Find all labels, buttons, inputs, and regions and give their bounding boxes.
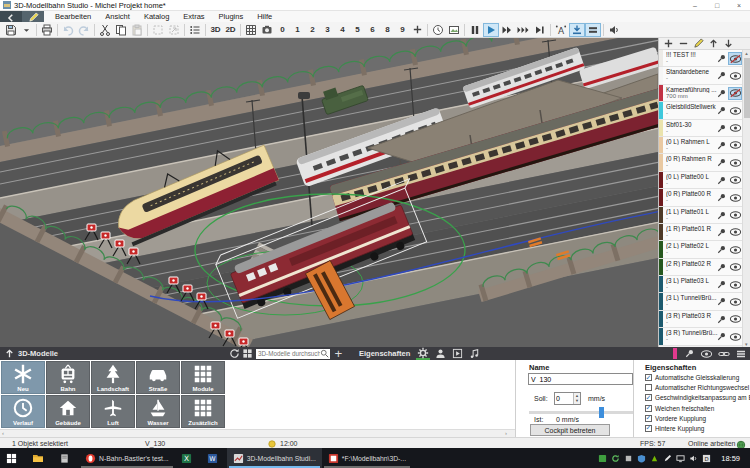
tray-sync-icon[interactable] [611, 454, 620, 463]
layer-visibility-button[interactable] [729, 279, 741, 290]
camera-view-3[interactable]: 3 [320, 23, 335, 37]
camera-view-2[interactable]: 2 [305, 23, 320, 37]
menu-item[interactable]: Plugins [212, 11, 251, 22]
copy-button[interactable] [113, 23, 129, 37]
back-button[interactable] [0, 11, 22, 22]
layer-pin-button[interactable] [715, 331, 727, 342]
camera-button[interactable] [259, 23, 275, 37]
layer-row[interactable]: !!! TEST !!! - [659, 50, 743, 67]
option-row[interactable]: ✓ Vordere Kupplung [645, 415, 750, 422]
panel-menu-button[interactable] [734, 348, 748, 360]
paste-button[interactable] [129, 23, 145, 37]
layer-visibility-button[interactable] [729, 88, 741, 99]
layer-pin-button[interactable] [715, 175, 727, 186]
layer-pin-button[interactable] [715, 53, 727, 64]
tray-display-icon[interactable] [676, 454, 685, 463]
layer-row[interactable]: Sbf01-30 - [659, 120, 743, 137]
object-name-input[interactable] [528, 373, 633, 385]
layer-pin-button[interactable] [715, 157, 727, 168]
checkbox[interactable] [645, 384, 652, 391]
play-button[interactable] [483, 23, 499, 37]
model-category-tile[interactable]: Straße [136, 361, 180, 394]
layer-visibility-button[interactable] [729, 244, 741, 255]
layer-visibility-button[interactable] [729, 262, 741, 273]
grid-button[interactable] [243, 23, 259, 37]
layer-row[interactable]: (0 L) Platte00 L - [659, 172, 743, 189]
eye-panel-button[interactable] [699, 348, 714, 360]
tray-green-app-icon[interactable] [598, 454, 607, 463]
stop-at-station-button[interactable] [569, 23, 585, 37]
stepper-down-button[interactable]: ▼ [574, 399, 580, 405]
option-row[interactable]: ✓ Automatische Gleisskalierung [645, 374, 750, 381]
speed-slider-handle[interactable] [599, 407, 604, 418]
taskbar-excel[interactable]: X [175, 448, 201, 468]
model-category-tile[interactable]: Bahn [46, 361, 90, 394]
model-category-tile[interactable]: Zusätzlich [181, 395, 225, 428]
tab-sound[interactable] [468, 348, 481, 360]
checkbox[interactable]: ✓ [645, 374, 652, 381]
tray-pen-icon[interactable] [663, 454, 672, 463]
pause-button[interactable] [467, 23, 483, 37]
properties-tab-label[interactable]: Eigenschaften [359, 349, 410, 358]
coupling-button[interactable] [585, 23, 601, 37]
layer-row[interactable]: (0 R) Rahmen R - [659, 154, 743, 171]
layer-pin-button[interactable] [715, 88, 727, 99]
tab-object-properties[interactable] [416, 348, 430, 360]
tray-graphics-icon[interactable] [650, 454, 659, 463]
layer-row[interactable]: (2 L) Platte02 L - [659, 241, 743, 258]
target-speed-input[interactable] [555, 393, 573, 404]
layer-row[interactable]: (2 R) Platte02 R - [659, 259, 743, 276]
layer-row[interactable]: (1 L) Platte01 L - [659, 207, 743, 224]
cut-button[interactable] [97, 23, 113, 37]
add-layer-button[interactable] [661, 38, 675, 49]
speed-slider[interactable] [529, 411, 633, 414]
layer-pin-button[interactable] [715, 123, 727, 134]
checkbox[interactable]: ✓ [645, 425, 652, 432]
scroll-left-icon[interactable]: ‹ [2, 430, 4, 436]
models-panel-header[interactable]: 3D-Modelle [0, 348, 228, 359]
option-row[interactable]: ✓ Weichen freischalten [645, 405, 750, 412]
checkbox[interactable]: ✓ [645, 394, 652, 401]
3d-viewport[interactable] [0, 38, 658, 347]
tab-media[interactable] [451, 348, 464, 360]
move-layer-up-button[interactable] [706, 38, 720, 49]
online-status[interactable]: Online arbeiten [688, 440, 735, 447]
taskbar-opera[interactable]: N-Bahn-Bastler's test... [79, 448, 175, 468]
layer-row[interactable]: GleisbildStellwerk - [659, 102, 743, 119]
move-layer-down-button[interactable] [721, 38, 735, 49]
layer-pin-button[interactable] [715, 70, 727, 81]
layer-pin-button[interactable] [715, 227, 727, 238]
minimize-button[interactable]: – [684, 0, 706, 10]
taskbar-file-app[interactable] [53, 448, 79, 468]
layer-visibility-button[interactable] [729, 175, 741, 186]
menu-item[interactable]: Ansicht [98, 11, 137, 22]
menu-item[interactable]: Extras [176, 11, 211, 22]
edit-mode-button[interactable] [22, 11, 44, 22]
layer-visibility-button[interactable] [729, 192, 741, 203]
object-list-button[interactable] [187, 23, 203, 37]
enter-cockpit-button[interactable]: Cockpit betreten [530, 424, 610, 436]
print-button[interactable] [39, 23, 55, 37]
layer-visibility-button[interactable] [729, 331, 741, 342]
layer-visibility-button[interactable] [729, 53, 741, 64]
layer-pin-button[interactable] [715, 140, 727, 151]
model-category-tile[interactable]: Luft [91, 395, 135, 428]
layer-row[interactable]: (3 L) Platte03 L - [659, 276, 743, 293]
redo-button[interactable] [76, 23, 92, 37]
layer-row[interactable]: Kameraführung ... 700 mm [659, 85, 743, 102]
model-category-tile[interactable]: Neu [1, 361, 45, 394]
layer-pin-button[interactable] [715, 314, 727, 325]
layer-row[interactable]: (3 R) Tunnel/Brü... - [659, 328, 743, 345]
models-horizontal-scrollbar[interactable]: ‹ › [0, 429, 515, 437]
tray-device-icon[interactable] [624, 454, 633, 463]
scroll-right-icon[interactable]: › [505, 430, 507, 436]
layer-pin-button[interactable] [715, 296, 727, 307]
model-category-tile[interactable]: Wasser [136, 395, 180, 428]
sound-button[interactable] [606, 23, 622, 37]
timer-button[interactable] [430, 23, 446, 37]
option-row[interactable]: Automatischer Richtungswechsel [645, 384, 750, 391]
tile-view-button[interactable] [241, 348, 254, 360]
undo-button[interactable] [60, 23, 76, 37]
layer-row[interactable]: (1 R) Platte01 R - [659, 224, 743, 241]
auto-drive-button[interactable]: A [553, 23, 569, 37]
